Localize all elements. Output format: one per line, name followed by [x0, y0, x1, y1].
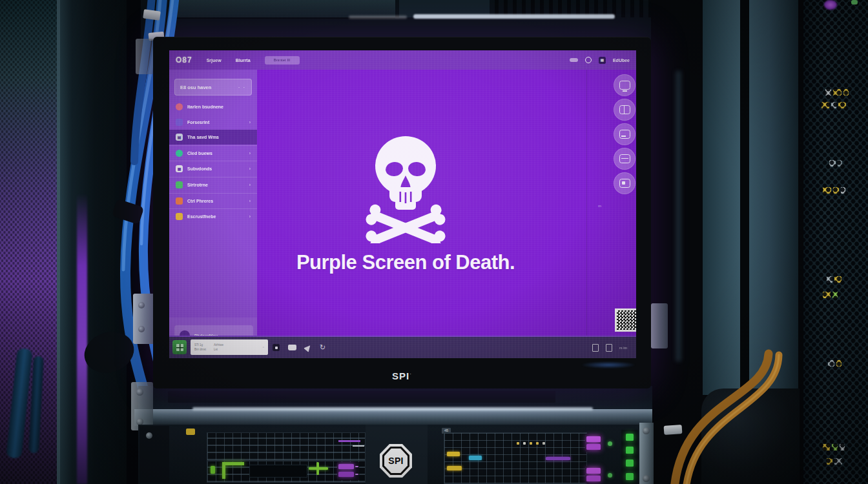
taskbar: STl 1g Bnr dmst Airhtwe Lst ▫ ↻: [169, 336, 636, 358]
green-dot-led: [608, 441, 612, 446]
monitor-icon: [619, 81, 630, 90]
screw: [138, 302, 145, 308]
detail-mini-icon: ▫: [263, 345, 264, 349]
sidebar: E8 osu haven · · Itarlen bsudnene Forses…: [169, 70, 257, 337]
green-led-bracket: [222, 462, 244, 479]
sidebar-header[interactable]: E8 osu haven · ·: [174, 79, 252, 96]
sidebar-item[interactable]: Cled buews ›: [169, 145, 257, 160]
pinned-app-icon[interactable]: [273, 344, 280, 351]
grey-square-icon: ▤: [176, 134, 183, 141]
sidebar-header-label: E8 osu haven: [180, 85, 211, 90]
screw: [643, 475, 650, 482]
system-tray: m im: [592, 337, 627, 358]
purple-indicator-light: [824, 0, 837, 10]
monitor: O87 Srjuew Blurrta Bnmtet III ▦ EdUbee E…: [153, 37, 651, 388]
faint-glyph: m: [598, 204, 601, 208]
monitor-mount-bracket: [136, 39, 154, 74]
purple-accent-line: [338, 440, 360, 442]
status-tag-yellow: [186, 429, 195, 435]
cursor-hand-icon[interactable]: [304, 343, 313, 352]
topbar-nav-item[interactable]: Blurrta: [236, 58, 251, 63]
chevron-right-icon: ›: [249, 120, 251, 125]
purple-led-block: [585, 466, 602, 483]
sidebar-item-active[interactable]: ▤ Tha savd Wms: [169, 130, 257, 145]
server-rail: [134, 409, 652, 426]
app-logo[interactable]: O87: [176, 55, 192, 65]
white-accent-line: [353, 445, 364, 447]
search-box[interactable]: Bnmtet III: [265, 56, 300, 65]
sidebar-item[interactable]: Slrtrotrne ›: [169, 177, 257, 192]
user-label[interactable]: EdUbee: [613, 58, 630, 63]
green-indicator-light: [851, 0, 858, 5]
screw: [136, 388, 143, 396]
green-dot-led: [608, 473, 612, 478]
monitor-mount-bracket: [133, 294, 155, 344]
white-square-icon: ▦: [176, 165, 183, 172]
yellow-led: [447, 452, 460, 456]
screw: [146, 432, 152, 439]
chevron-right-icon: ›: [249, 166, 251, 171]
sidebar-item[interactable]: Itarlen bsudnene: [169, 99, 257, 114]
green-start-icon[interactable]: [172, 340, 187, 354]
violet-square-icon: [176, 119, 183, 126]
panel-divider: [586, 70, 587, 337]
purple-led-block: [337, 462, 359, 480]
clipboard-icon[interactable]: [606, 344, 612, 352]
server-brand-label: SPI: [384, 449, 408, 473]
orange-square-icon: [176, 197, 183, 205]
refresh-icon[interactable]: ↻: [320, 343, 326, 352]
screen: O87 Srjuew Blurrta Bnmtet III ▦ EdUbee E…: [169, 50, 636, 358]
action-button[interactable]: [614, 148, 636, 170]
app-topbar: O87 Srjuew Blurrta Bnmtet III ▦ EdUbee: [169, 50, 636, 70]
rack-equipment-top: [141, 0, 652, 40]
apps-grid-icon[interactable]: ▦: [599, 57, 606, 64]
screw: [138, 326, 145, 332]
rack-mesh-panel-right: [803, 0, 868, 484]
rack-pillar-right-low: [701, 388, 800, 484]
green-led: [211, 466, 215, 474]
rack-post-right: [703, 0, 798, 395]
drive-slots: [249, 465, 307, 478]
action-button[interactable]: [614, 99, 636, 121]
circle-user-icon[interactable]: [585, 57, 592, 63]
yellow-led: [447, 466, 462, 470]
sidebar-item[interactable]: Forsesrint ›: [169, 115, 257, 130]
indicator-dot-row: [517, 442, 550, 447]
green-led-stub: [316, 462, 319, 475]
header-dots-icon: · ·: [238, 85, 246, 89]
layout-icon: [619, 105, 630, 114]
qr-code[interactable]: [615, 308, 636, 332]
screw: [643, 427, 650, 434]
sidebar-item[interactable]: Ctrl Phreres ›: [169, 193, 257, 208]
package-icon[interactable]: [288, 345, 296, 350]
purple-led-block: [585, 434, 602, 452]
pill-badge-icon[interactable]: [570, 58, 578, 62]
chevron-right-icon: ›: [249, 151, 251, 156]
green-square-icon: [176, 181, 183, 188]
action-button[interactable]: [614, 74, 636, 96]
topbar-nav-item[interactable]: Srjuew: [207, 58, 222, 63]
monitor-brand-logo: SPI˙: [153, 363, 651, 388]
tray-label: m im: [619, 346, 627, 350]
server-ear-left: [140, 426, 169, 483]
rack-gap-right: [651, 0, 705, 484]
main-panel: Purple Screen of Death. m: [257, 70, 636, 337]
chevron-right-icon: ›: [249, 183, 251, 187]
yellow-square-icon: [176, 213, 183, 220]
error-content: Purple Screen of Death.: [257, 132, 554, 274]
action-button-column: [614, 74, 636, 195]
sidebar-item[interactable]: ▦ Subvdonds ›: [169, 161, 257, 176]
video-icon: [619, 179, 630, 188]
file-icon[interactable]: [592, 344, 599, 352]
teal-circle-icon: [176, 150, 183, 157]
purple-led-slot: [546, 457, 570, 460]
chevron-right-icon: ›: [249, 214, 251, 219]
light-reflection-strip-2: [349, 15, 407, 19]
card-icon: [619, 154, 630, 163]
action-button[interactable]: [614, 172, 636, 194]
sidebar-item[interactable]: Escrustfnebe ›: [169, 208, 257, 223]
action-button[interactable]: [614, 123, 636, 145]
cable-clip: [664, 425, 683, 435]
rack-server: SPI 4B: [138, 425, 652, 484]
taskbar-info-card[interactable]: STl 1g Bnr dmst Airhtwe Lst ▫: [191, 339, 268, 355]
